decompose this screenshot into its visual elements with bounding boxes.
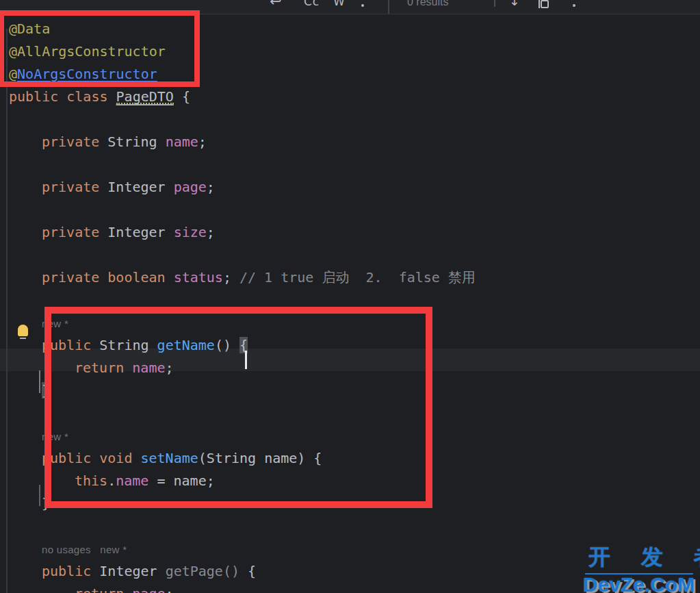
code-token-clsname: PageDTO <box>116 88 174 105</box>
code-line: private String name; <box>42 131 207 153</box>
code-token-def: Integer <box>107 179 173 195</box>
match-case-icon[interactable]: Cc <box>304 0 320 8</box>
code-line: public class PageDTO { <box>9 86 190 108</box>
code-token-kw: public <box>42 563 99 579</box>
red-annotation-box-annotations <box>0 10 200 87</box>
more-options-icon[interactable] <box>573 4 575 7</box>
code-token-def: Integer <box>107 224 173 240</box>
code-token-unused: getPage() <box>166 563 248 579</box>
indent-guide <box>39 485 40 506</box>
code-token-fld: size <box>174 224 207 240</box>
code-token-kw: public class <box>9 88 116 105</box>
code-token-def: { <box>248 563 256 579</box>
code-token-def: ; <box>207 224 215 240</box>
code-token-def: Integer <box>99 563 165 579</box>
watermark-site-text: DevZe.CoM DevZe.CoM <box>579 573 699 593</box>
code-token-kw: private <box>42 134 107 150</box>
code-line: private boolean status; // 1 true 启动 2. … <box>42 266 476 289</box>
code-token-fld: name <box>166 134 198 150</box>
code-token-fld: page <box>174 179 207 195</box>
code-token-kw: private <box>42 224 107 240</box>
watermark: 开 发 者 DevZe.CoM DevZe.CoM <box>579 542 699 593</box>
code-token-def: ; <box>198 134 207 150</box>
code-line: return page; <box>75 583 174 593</box>
filter-icon[interactable] <box>541 0 549 8</box>
return-arrow-icon[interactable]: ↩ <box>270 0 282 10</box>
gutter-divider <box>6 29 8 593</box>
results-count: 0 results <box>407 0 448 8</box>
arrow-down-icon[interactable]: ↓ <box>509 0 520 8</box>
code-token-fld: status <box>174 269 223 286</box>
regex-dot-icon[interactable] <box>361 4 364 7</box>
red-annotation-box-getters <box>44 307 432 508</box>
watermark-cn-text: 开 发 者 <box>579 542 699 572</box>
code-line: public Integer getPage() { <box>42 560 256 583</box>
code-line: no usages new * <box>42 538 127 560</box>
code-token-fld: page <box>132 585 165 593</box>
code-token-def: ; <box>165 585 173 593</box>
separator <box>494 0 495 7</box>
code-line: private Integer size; <box>42 221 215 244</box>
search-field-divider <box>388 0 389 14</box>
code-token-kw: return <box>75 585 132 593</box>
code-line: private Integer page; <box>42 176 215 199</box>
words-icon[interactable]: W <box>333 0 345 8</box>
code-token-def: { <box>174 88 190 105</box>
code-token-kw: private boolean <box>42 269 174 286</box>
watermark-site-main: DevZe.CoM <box>583 573 695 593</box>
code-token-def: ; <box>207 179 215 195</box>
code-token-def: ; <box>223 269 239 286</box>
code-token-cmt: // 1 true 启动 2. false 禁用 <box>239 269 476 286</box>
intention-bulb-icon[interactable] <box>18 325 28 336</box>
code-token-inlay[interactable]: no usages new * <box>42 544 127 555</box>
code-token-kw: private <box>42 179 107 195</box>
indent-caret-bar <box>39 370 40 393</box>
code-token-def: String <box>107 134 165 150</box>
